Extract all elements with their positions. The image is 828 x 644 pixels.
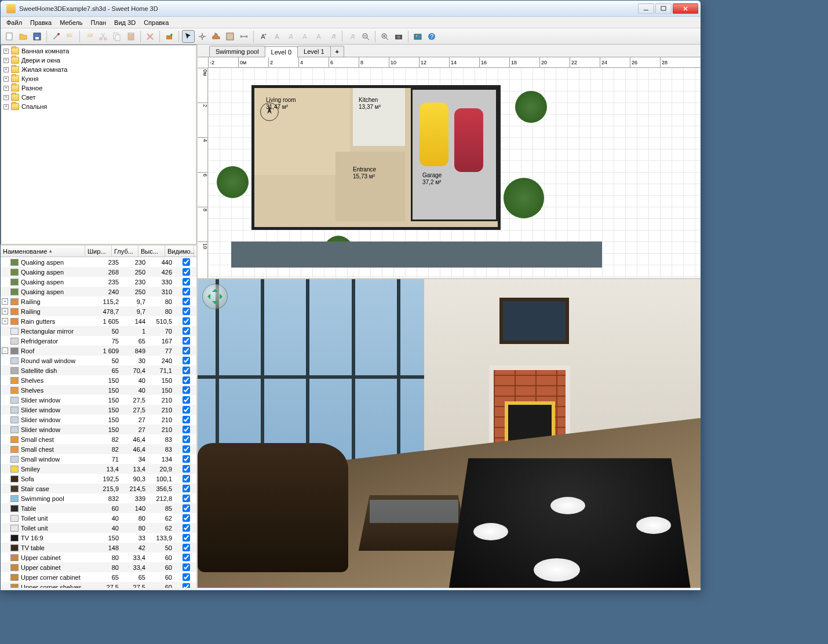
furniture-row[interactable]: Upper cabinet8033,460 xyxy=(1,552,196,562)
furniture-row[interactable]: +Railing478,79,780 xyxy=(1,306,196,316)
furniture-list[interactable]: Quaking aspen235230440Quaking aspen26825… xyxy=(1,257,196,588)
nav-3d-widget[interactable] xyxy=(202,284,228,309)
visible-checkbox[interactable] xyxy=(183,504,190,512)
furniture-row[interactable]: Table6014085 xyxy=(1,503,196,513)
create-dimensions-button[interactable] xyxy=(238,30,250,43)
nav-left-icon[interactable] xyxy=(205,294,210,299)
furniture-row[interactable]: Small chest8246,483 xyxy=(1,444,196,454)
visible-checkbox[interactable] xyxy=(183,554,190,561)
expand-icon[interactable]: + xyxy=(2,308,8,314)
titlebar[interactable]: SweetHome3DExample7.sh3d - Sweet Home 3D xyxy=(1,1,701,17)
plan-tab[interactable]: Swimming pool xyxy=(209,46,265,57)
close-button[interactable] xyxy=(673,3,698,14)
select-button[interactable] xyxy=(182,30,195,43)
furniture-row[interactable]: -Roof1 60984977 xyxy=(1,346,196,356)
menu-мебель[interactable]: Мебель xyxy=(56,18,86,27)
preferences-button[interactable] xyxy=(50,30,63,43)
menu-вид 3d[interactable]: Вид 3D xyxy=(111,18,139,27)
visible-checkbox[interactable] xyxy=(183,485,190,492)
undo-button[interactable] xyxy=(64,30,76,43)
add-furniture-button[interactable] xyxy=(163,30,176,43)
furniture-row[interactable]: Small window7134134 xyxy=(1,454,196,464)
plan-canvas[interactable]: -20м246810121416182022242628 0м246810 xyxy=(198,57,701,278)
visible-checkbox[interactable] xyxy=(183,386,190,394)
snapshot-button[interactable] xyxy=(392,30,405,43)
visible-checkbox[interactable] xyxy=(183,288,190,295)
visible-checkbox[interactable] xyxy=(183,534,190,541)
furniture-row[interactable]: Shelves15040150 xyxy=(1,385,196,395)
visible-checkbox[interactable] xyxy=(183,317,190,325)
decrease-text-button[interactable]: A xyxy=(345,30,358,43)
menu-правка[interactable]: Правка xyxy=(27,18,55,27)
visible-checkbox[interactable] xyxy=(183,445,190,453)
nav-right-icon[interactable] xyxy=(220,294,225,299)
open-file-button[interactable] xyxy=(17,30,30,43)
furniture-row[interactable]: Rectangular mirror50170 xyxy=(1,326,196,336)
help-button[interactable]: ? xyxy=(425,30,438,43)
expand-icon[interactable]: + xyxy=(3,104,9,109)
expand-icon[interactable]: + xyxy=(2,298,8,305)
save-file-button[interactable] xyxy=(31,30,43,43)
furniture-row[interactable]: Slider window15027210 xyxy=(1,415,196,425)
visible-checkbox[interactable] xyxy=(183,455,190,463)
furniture-row[interactable]: Upper cabinet8033,460 xyxy=(1,562,196,572)
furniture-row[interactable]: Toilet unit408062 xyxy=(1,523,196,533)
create-walls-button[interactable] xyxy=(210,30,222,43)
visible-checkbox[interactable] xyxy=(183,406,190,414)
maximize-button[interactable] xyxy=(655,3,672,14)
furniture-row[interactable]: +Railing115,29,780 xyxy=(1,297,196,306)
furniture-row[interactable]: Smiley13,413,420,9 xyxy=(1,464,196,474)
text-style-a-button[interactable]: A xyxy=(298,30,311,43)
visible-checkbox[interactable] xyxy=(183,376,190,384)
furniture-row[interactable]: Quaking aspen235230330 xyxy=(1,277,196,287)
furniture-header[interactable]: Наименование▲Шир...Глуб...Выс...Видимо..… xyxy=(1,246,196,257)
expand-icon[interactable]: + xyxy=(3,49,9,54)
column-w[interactable]: Шир... xyxy=(85,246,112,257)
visible-checkbox[interactable] xyxy=(183,347,190,354)
tree-item[interactable]: +Ванная комната xyxy=(2,46,195,56)
new-file-button[interactable] xyxy=(3,30,16,43)
visible-checkbox[interactable] xyxy=(183,416,190,423)
create-text-button[interactable]: A xyxy=(257,30,269,43)
furniture-row[interactable]: Swimming pool832339212,8 xyxy=(1,493,196,503)
text-style-a2-button[interactable]: A xyxy=(312,30,325,43)
text-italic-button[interactable]: A xyxy=(284,30,297,43)
visible-checkbox[interactable] xyxy=(183,268,190,276)
plan-tab[interactable]: Level 1 xyxy=(297,46,330,57)
zoom-out-button[interactable] xyxy=(359,30,372,43)
column-d[interactable]: Глуб... xyxy=(112,246,138,257)
furniture-row[interactable]: Upper corner shelves27,527,560 xyxy=(1,582,196,588)
visible-checkbox[interactable] xyxy=(183,327,190,335)
visible-checkbox[interactable] xyxy=(183,573,190,581)
nav-up-icon[interactable] xyxy=(212,286,218,292)
menu-план[interactable]: План xyxy=(87,18,110,27)
menu-файл[interactable]: Файл xyxy=(3,18,25,27)
delete-button[interactable] xyxy=(144,30,156,43)
expand-icon[interactable]: - xyxy=(2,347,8,354)
text-bold-button[interactable]: A xyxy=(271,30,283,43)
furniture-row[interactable]: Satellite dish6570,471,1 xyxy=(1,365,196,375)
furniture-row[interactable]: Quaking aspen268250426 xyxy=(1,267,196,277)
expand-icon[interactable]: + xyxy=(3,95,9,100)
floorplan-canvas[interactable]: Living room31,47 м²Kitchen13,37 м²Entran… xyxy=(208,68,701,278)
nav-down-icon[interactable] xyxy=(212,301,218,307)
minimize-button[interactable] xyxy=(638,3,654,14)
visible-checkbox[interactable] xyxy=(183,436,190,443)
create-rooms-button[interactable] xyxy=(224,30,236,43)
furniture-row[interactable]: TV 16:915033133,9 xyxy=(1,533,196,543)
furniture-row[interactable]: Quaking aspen235230440 xyxy=(1,257,196,267)
visible-checkbox[interactable] xyxy=(183,524,190,532)
tree-item[interactable]: +Двери и окна xyxy=(2,56,195,65)
visible-checkbox[interactable] xyxy=(183,544,190,551)
furniture-row[interactable]: Sofa192,590,3100,1 xyxy=(1,474,196,484)
tree-item[interactable]: +Кухня xyxy=(2,74,195,83)
furniture-row[interactable]: Refridgerator7565167 xyxy=(1,336,196,346)
copy-button[interactable] xyxy=(111,30,123,43)
expand-icon[interactable]: + xyxy=(2,318,8,324)
redo-button[interactable] xyxy=(83,30,96,43)
expand-icon[interactable]: + xyxy=(3,67,9,72)
zoom-in-button[interactable] xyxy=(378,30,391,43)
visible-checkbox[interactable] xyxy=(183,564,190,571)
catalog-tree[interactable]: +Ванная комната+Двери и окна+Жилая комна… xyxy=(1,45,196,244)
paste-button[interactable] xyxy=(125,30,137,43)
